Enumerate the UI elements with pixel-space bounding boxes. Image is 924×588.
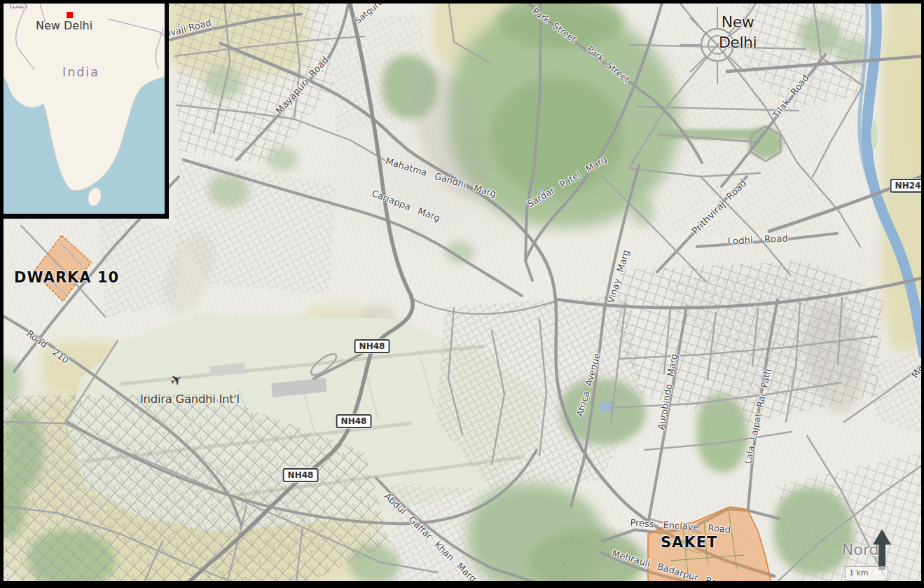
place-label-dwarka-10: DWARKA 10	[14, 269, 119, 286]
builtup-area	[329, 14, 434, 133]
highway-shield-nh48-2: NH48	[283, 468, 319, 482]
new-delhi-line1: New	[719, 13, 757, 33]
airport-label: Indira Gandhi Int'l	[140, 392, 240, 406]
map-screenshot: ivaji RoadMayapuri RoadSatguruMahatma Ga…	[0, 0, 924, 588]
scale-bar-label: 1 km	[849, 568, 869, 577]
place-label-saket: SAKET	[661, 534, 717, 551]
map-canvas[interactable]: ivaji RoadMayapuri RoadSatguruMahatma Ga…	[0, 0, 924, 588]
inset-neighbor-label-fragment: كستا	[9, 4, 29, 11]
north-arrow-head	[873, 529, 891, 545]
place-label-new-delhi: New Delhi	[719, 13, 757, 53]
highway-shield-nh48-0: NH48	[354, 339, 390, 353]
river-island	[871, 121, 878, 149]
india-locator-inset: New Delhi India كستا	[4, 4, 169, 219]
builtup-area	[174, 158, 336, 294]
inset-country-label: India	[62, 65, 99, 79]
india-outline-map	[4, 4, 165, 214]
new-delhi-line2: Delhi	[719, 33, 757, 53]
inset-city-label: New Delhi	[36, 19, 92, 32]
highway-shield-nh48-1: NH48	[336, 414, 372, 428]
new-delhi-marker	[67, 12, 73, 18]
north-arrow-icon	[873, 529, 891, 571]
highway-shield-nh24-3: NH24	[890, 179, 924, 193]
scale-bar: 1 km	[845, 566, 888, 581]
builtup-area	[98, 210, 184, 319]
